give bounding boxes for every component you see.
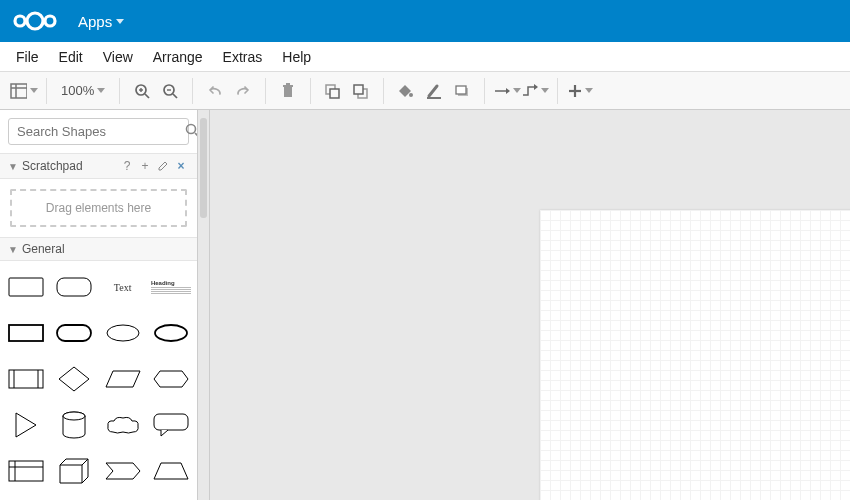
svg-rect-13 <box>284 87 292 97</box>
svg-rect-21 <box>427 97 441 99</box>
chevron-down-icon <box>30 88 38 93</box>
chevron-down-icon <box>116 19 124 24</box>
insert-button[interactable] <box>566 77 594 105</box>
zoom-out-button[interactable] <box>156 77 184 105</box>
shape-internal-storage[interactable] <box>4 453 48 489</box>
svg-line-7 <box>145 94 149 98</box>
shape-rectangle[interactable] <box>4 269 48 305</box>
scrollbar-thumb[interactable] <box>200 118 207 218</box>
shapes-palette: Text Heading <box>0 261 197 497</box>
svg-rect-29 <box>9 278 43 296</box>
menu-file[interactable]: File <box>6 45 49 69</box>
menubar: File Edit View Arrange Extras Help <box>0 42 850 72</box>
delete-button[interactable] <box>274 77 302 105</box>
search-shapes-input[interactable] <box>17 124 185 139</box>
nextcloud-logo <box>10 8 60 34</box>
add-icon[interactable]: + <box>137 158 153 174</box>
svg-rect-14 <box>283 85 293 87</box>
svg-rect-19 <box>354 85 363 94</box>
apps-dropdown-label: Apps <box>78 13 112 30</box>
svg-point-39 <box>63 412 85 420</box>
stroke-color-button[interactable] <box>420 77 448 105</box>
shape-rectangle-bold[interactable] <box>4 315 48 351</box>
menu-edit[interactable]: Edit <box>49 45 93 69</box>
shape-cube[interactable] <box>52 453 96 489</box>
shape-hexagon[interactable] <box>149 361 193 397</box>
general-panel-header[interactable]: ▼ General <box>0 237 197 261</box>
shape-step[interactable] <box>101 453 145 489</box>
scratchpad-drop-area[interactable]: Drag elements here <box>10 189 187 227</box>
svg-point-0 <box>15 16 25 26</box>
zoom-level-dropdown[interactable]: 100% <box>55 83 111 98</box>
svg-line-11 <box>173 94 177 98</box>
shape-cylinder[interactable] <box>52 407 96 443</box>
search-icon <box>185 123 198 140</box>
scratchpad-title: Scratchpad <box>22 159 117 173</box>
close-icon[interactable]: × <box>173 158 189 174</box>
chevron-down-icon <box>513 88 521 93</box>
svg-rect-31 <box>9 325 43 341</box>
zoom-label-text: 100% <box>61 83 94 98</box>
svg-rect-30 <box>57 278 91 296</box>
view-layout-button[interactable] <box>10 77 38 105</box>
shape-heading[interactable]: Heading <box>149 269 193 305</box>
svg-point-20 <box>409 93 413 97</box>
to-back-button[interactable] <box>347 77 375 105</box>
connection-type-button[interactable] <box>493 77 521 105</box>
collapse-icon: ▼ <box>8 244 18 255</box>
redo-button[interactable] <box>229 77 257 105</box>
scratchpad-hint: Drag elements here <box>46 201 151 215</box>
chevron-down-icon <box>541 88 549 93</box>
fill-color-button[interactable] <box>392 77 420 105</box>
edit-icon[interactable] <box>155 158 171 174</box>
shape-diamond[interactable] <box>52 361 96 397</box>
app-header: Apps <box>0 0 850 42</box>
general-title: General <box>22 242 189 256</box>
shape-ellipse[interactable] <box>101 315 145 351</box>
svg-point-2 <box>45 16 55 26</box>
svg-point-33 <box>107 325 139 341</box>
shadow-button[interactable] <box>448 77 476 105</box>
svg-rect-32 <box>57 325 91 341</box>
svg-point-1 <box>27 13 43 29</box>
canvas[interactable] <box>210 110 850 500</box>
shape-parallelogram[interactable] <box>101 361 145 397</box>
shape-triangle[interactable] <box>4 407 48 443</box>
shape-rounded-rectangle-bold[interactable] <box>52 315 96 351</box>
main-area: ▼ Scratchpad ? + × Drag elements here ▼ … <box>0 110 850 500</box>
svg-rect-15 <box>286 83 290 85</box>
scratchpad-body: Drag elements here <box>0 179 197 237</box>
help-icon[interactable]: ? <box>119 158 135 174</box>
search-shapes-field[interactable] <box>8 118 189 145</box>
to-front-button[interactable] <box>319 77 347 105</box>
shape-process[interactable] <box>4 361 48 397</box>
shape-text[interactable]: Text <box>101 269 145 305</box>
chevron-down-icon <box>585 88 593 93</box>
apps-dropdown[interactable]: Apps <box>72 9 130 34</box>
collapse-icon: ▼ <box>8 161 18 172</box>
chevron-down-icon <box>97 88 105 93</box>
menu-help[interactable]: Help <box>272 45 321 69</box>
menu-view[interactable]: View <box>93 45 143 69</box>
scratchpad-panel-header[interactable]: ▼ Scratchpad ? + × <box>0 153 197 179</box>
shape-trapezoid[interactable] <box>149 453 193 489</box>
zoom-in-button[interactable] <box>128 77 156 105</box>
svg-point-34 <box>155 325 187 341</box>
svg-rect-41 <box>9 461 43 481</box>
shape-callout[interactable] <box>149 407 193 443</box>
shape-rounded-rectangle[interactable] <box>52 269 96 305</box>
svg-point-27 <box>187 125 196 134</box>
drawing-page[interactable] <box>540 210 850 500</box>
shape-ellipse-bold[interactable] <box>149 315 193 351</box>
toolbar: 100% <box>0 72 850 110</box>
waypoint-style-button[interactable] <box>521 77 549 105</box>
svg-rect-23 <box>456 86 466 94</box>
menu-extras[interactable]: Extras <box>213 45 273 69</box>
svg-rect-3 <box>11 84 27 98</box>
undo-button[interactable] <box>201 77 229 105</box>
menu-arrange[interactable]: Arrange <box>143 45 213 69</box>
shapes-sidebar: ▼ Scratchpad ? + × Drag elements here ▼ … <box>0 110 198 500</box>
shape-cloud[interactable] <box>101 407 145 443</box>
svg-rect-40 <box>154 414 188 430</box>
sidebar-splitter[interactable] <box>198 110 210 500</box>
